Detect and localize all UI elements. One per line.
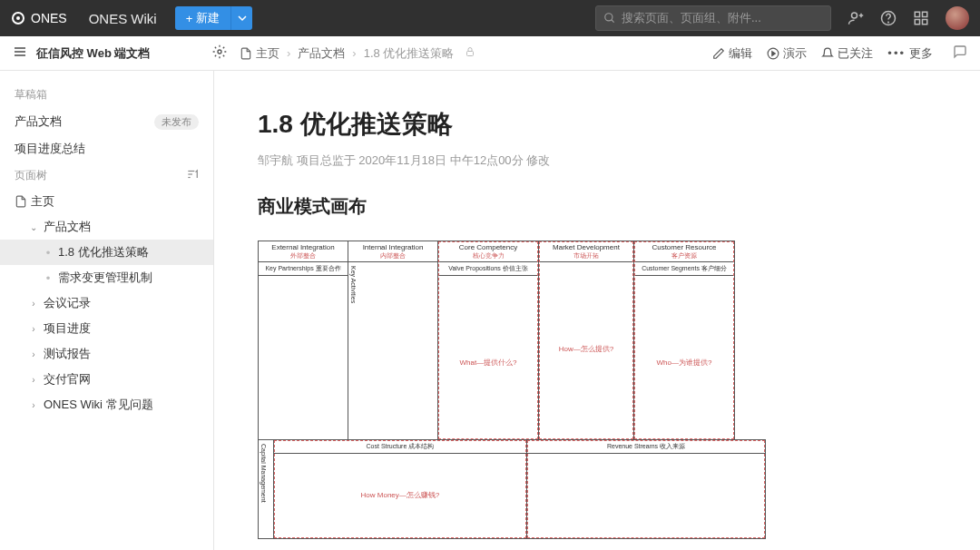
svg-rect-11: [915, 20, 919, 25]
tree-home[interactable]: 主页: [0, 189, 213, 214]
canvas-box: Market Development市场开拓How—怎么提供?: [538, 241, 634, 440]
drafts-label: 草稿箱: [0, 82, 213, 108]
breadcrumb-current: 1.8 优化推送策略: [364, 45, 455, 62]
search-input[interactable]: 搜索页面、页面组、附件...: [595, 5, 831, 31]
canvas-box: Core Competency核心竞争力Valve Propositions 价…: [437, 241, 539, 440]
secondary-bar: 征信风控 Web 端文档 主页 › 产品文档 › 1.8 优化推送策略 编辑 演…: [0, 36, 980, 71]
draft-item[interactable]: 项目进度总结: [0, 135, 213, 162]
follow-button[interactable]: 已关注: [821, 45, 873, 62]
svg-line-3: [612, 20, 614, 23]
pencil-icon: [712, 47, 725, 60]
tree-node[interactable]: ›会议记录: [0, 290, 213, 316]
brand-logo[interactable]: ONES: [11, 11, 67, 25]
bell-icon: [821, 47, 834, 60]
tree-node[interactable]: ⌄产品文档: [0, 214, 213, 240]
sidebar: 草稿箱 产品文档未发布项目进度总结 页面树 主页⌄产品文档•1.8 优化推送策略…: [0, 71, 214, 550]
space-title[interactable]: 征信风控 Web 端文档: [36, 45, 150, 62]
hamburger-icon[interactable]: [13, 44, 27, 62]
lock-icon: [465, 46, 475, 60]
breadcrumb-home[interactable]: 主页: [240, 45, 279, 62]
business-model-canvas: External Integration外部整合Key Partnerships…: [258, 241, 766, 539]
brand-icon: [11, 11, 25, 25]
canvas-side-label: Capital Management: [258, 439, 274, 539]
canvas-box: Customer Resource客户资源Customer Segments 客…: [633, 241, 735, 440]
breadcrumb-sep: ›: [352, 46, 356, 60]
add-user-icon[interactable]: [848, 10, 864, 26]
more-icon: •••: [887, 46, 906, 60]
new-button[interactable]: + 新建: [175, 6, 231, 30]
gear-icon[interactable]: [212, 44, 227, 62]
new-button-label: 新建: [196, 10, 220, 26]
chevron-icon[interactable]: ⌄: [27, 222, 40, 232]
tree-child[interactable]: •1.8 优化推送策略: [0, 240, 213, 265]
tree-node[interactable]: ›项目进度: [0, 316, 213, 341]
help-icon[interactable]: [880, 10, 897, 26]
canvas-box: External Integration外部整合Key Partnerships…: [258, 241, 348, 440]
chevron-icon[interactable]: ›: [27, 400, 40, 410]
tree-node[interactable]: ›ONES Wiki 常见问题: [0, 392, 213, 417]
search-icon: [603, 12, 616, 25]
page-meta: 邹宇航 项目总监于 2020年11月18日 中午12点00分 修改: [258, 152, 936, 169]
chevron-icon[interactable]: ›: [27, 324, 40, 334]
topbar: ONES ONES Wiki + 新建 搜索页面、页面组、附件...: [0, 0, 980, 36]
canvas-box: Cost Structure 成本结构How Money—怎么赚钱?: [273, 439, 527, 539]
heading-2: 商业模式画布: [258, 194, 936, 219]
chevron-icon[interactable]: ›: [27, 375, 40, 385]
edit-button[interactable]: 编辑: [712, 45, 752, 62]
svg-point-2: [605, 14, 612, 21]
plus-icon: +: [186, 12, 193, 25]
tree-node[interactable]: ›交付官网: [0, 367, 213, 392]
chevron-down-icon: [238, 14, 247, 23]
svg-rect-10: [923, 12, 927, 16]
breadcrumb-sep: ›: [287, 46, 290, 60]
breadcrumb: 主页 › 产品文档 › 1.8 优化推送策略: [240, 45, 475, 62]
play-icon: [767, 47, 779, 60]
tree-node[interactable]: ›测试报告: [0, 341, 213, 367]
app-name[interactable]: ONES Wiki: [89, 11, 157, 26]
page-title: 1.8 优化推送策略: [258, 107, 936, 142]
svg-point-1: [16, 16, 20, 20]
svg-rect-9: [915, 12, 919, 16]
svg-point-8: [888, 22, 889, 23]
page-icon: [15, 195, 27, 208]
status-badge: 未发布: [154, 114, 199, 130]
svg-point-16: [218, 50, 221, 54]
brand-text: ONES: [31, 11, 67, 25]
present-button[interactable]: 演示: [767, 45, 807, 62]
new-dropdown[interactable]: [230, 6, 252, 30]
sort-icon[interactable]: [186, 168, 199, 183]
tree-label: 页面树: [15, 168, 47, 183]
svg-rect-17: [467, 52, 474, 56]
canvas-box: Revenue Streams 收入来源: [526, 439, 766, 539]
chevron-icon[interactable]: ›: [27, 299, 40, 309]
chevron-icon[interactable]: ›: [27, 349, 40, 359]
draft-item[interactable]: 产品文档未发布: [0, 108, 213, 135]
svg-marker-19: [772, 51, 776, 55]
avatar[interactable]: [946, 6, 969, 30]
page-icon: [240, 47, 252, 60]
more-button[interactable]: •••更多: [887, 45, 933, 62]
svg-point-4: [852, 13, 858, 18]
canvas-box: Internal Integration内部整合Key Activities: [348, 241, 438, 440]
apps-icon[interactable]: [913, 10, 929, 26]
tree-child[interactable]: •需求变更管理机制: [0, 265, 213, 290]
svg-rect-12: [923, 20, 927, 25]
search-placeholder: 搜索页面、页面组、附件...: [622, 10, 761, 26]
content: 1.8 优化推送策略 邹宇航 项目总监于 2020年11月18日 中午12点00…: [214, 71, 980, 550]
breadcrumb-mid[interactable]: 产品文档: [298, 45, 345, 62]
comments-icon[interactable]: [953, 44, 967, 62]
